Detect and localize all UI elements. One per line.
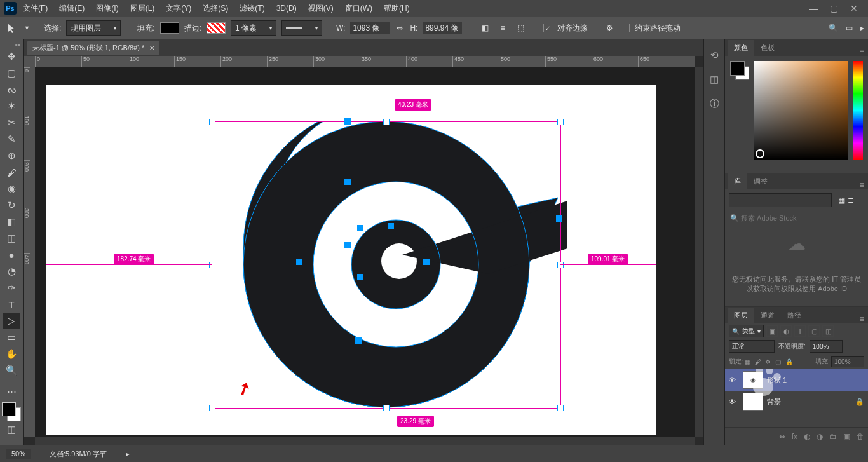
collapse-icon[interactable]: ◂◂ xyxy=(15,42,21,48)
type-tool-icon[interactable]: T xyxy=(3,297,20,312)
panel-menu-icon[interactable]: ≡ xyxy=(856,47,868,56)
window-restore-icon[interactable]: ▢ xyxy=(824,0,844,17)
handle-path[interactable] xyxy=(388,223,394,229)
panel-menu-icon[interactable]: ≡ xyxy=(856,315,868,323)
height-field[interactable]: 899.94 像 xyxy=(423,22,462,34)
crop-tool-icon[interactable]: ✂ xyxy=(3,115,20,130)
scrollbar-vertical[interactable] xyxy=(695,67,703,437)
search-icon[interactable]: 🔍 xyxy=(829,24,838,32)
chevron-down-icon[interactable]: ▼ xyxy=(24,25,30,31)
dodge-tool-icon[interactable]: ◔ xyxy=(3,264,20,279)
lock-pos-icon[interactable]: ✥ xyxy=(765,358,774,365)
filter-shape-icon[interactable]: ▢ xyxy=(808,325,820,337)
lock-artboard-icon[interactable]: ▢ xyxy=(775,358,784,365)
stroke-swatch[interactable] xyxy=(207,22,226,34)
tab-layers[interactable]: 图层 xyxy=(728,308,754,323)
blur-tool-icon[interactable]: ● xyxy=(3,247,20,262)
menu-layer[interactable]: 图层(L) xyxy=(125,0,160,17)
handle-ne[interactable] xyxy=(557,119,564,125)
path-arrange-icon[interactable]: ⬚ xyxy=(514,22,527,34)
align-edges-checkbox[interactable] xyxy=(543,24,552,32)
handle-path[interactable] xyxy=(344,118,351,125)
link-layers-icon[interactable]: ⇔ xyxy=(779,432,785,441)
handle-sw[interactable] xyxy=(209,405,215,411)
link-icon[interactable]: ⇔ xyxy=(395,23,405,33)
expand-icon[interactable]: ▸ xyxy=(860,24,864,32)
gear-icon[interactable]: ⚙ xyxy=(603,22,616,34)
path-select-tool-icon[interactable]: ▷ xyxy=(3,313,20,329)
layer-thumb[interactable] xyxy=(743,393,763,411)
ruler-vertical[interactable]: 0100200300400 xyxy=(24,67,36,437)
filter-type-icon[interactable]: T xyxy=(794,325,806,337)
handle-path[interactable] xyxy=(357,225,363,231)
menu-window[interactable]: 窗口(W) xyxy=(340,0,377,17)
stamp-tool-icon[interactable]: ◉ xyxy=(3,181,20,196)
lasso-tool-icon[interactable]: ᔓ xyxy=(3,82,20,97)
blend-mode-select[interactable]: 正常 xyxy=(729,340,775,353)
handle-e[interactable] xyxy=(557,262,564,268)
panel-toggle-icon[interactable]: ▭ xyxy=(846,24,853,32)
filter-smart-icon[interactable]: ◫ xyxy=(822,325,834,337)
mask-icon[interactable]: ◐ xyxy=(804,432,810,441)
handle-path[interactable] xyxy=(556,215,562,222)
window-close-icon[interactable]: ✕ xyxy=(844,0,864,17)
scrollbar-horizontal[interactable] xyxy=(35,437,695,445)
adjustment-icon[interactable]: ◑ xyxy=(817,432,823,441)
group-icon[interactable]: 🗀 xyxy=(829,432,837,441)
history-brush-tool-icon[interactable]: ↻ xyxy=(3,198,20,213)
panel-menu-icon[interactable]: ≡ xyxy=(856,180,868,189)
document-tab[interactable]: 未标题-1 @ 50% (形状 1, RGB/8#) * ✕ xyxy=(27,41,159,55)
heal-tool-icon[interactable]: ⊕ xyxy=(3,148,20,163)
hue-slider[interactable] xyxy=(853,61,863,160)
panel-fg-bg[interactable] xyxy=(730,61,749,80)
tab-libraries[interactable]: 库 xyxy=(728,173,747,189)
handle-path[interactable] xyxy=(344,179,351,185)
tab-adjustments[interactable]: 调整 xyxy=(747,173,774,189)
color-field[interactable] xyxy=(754,61,848,160)
edit-toolbar-icon[interactable]: ⋯ xyxy=(3,384,20,399)
stock-search-input[interactable]: 搜索 Adobe Stock xyxy=(741,214,796,222)
gradient-tool-icon[interactable]: ◫ xyxy=(3,231,20,246)
brush-tool-icon[interactable]: 🖌 xyxy=(3,165,20,180)
delete-icon[interactable]: 🗑 xyxy=(857,432,864,441)
handle-nw[interactable] xyxy=(209,119,215,125)
handle-path[interactable] xyxy=(355,337,362,344)
menu-help[interactable]: 帮助(H) xyxy=(379,0,415,17)
handle-path[interactable] xyxy=(296,259,302,265)
path-align-icon[interactable]: ≡ xyxy=(496,22,509,34)
filter-adjust-icon[interactable]: ◐ xyxy=(780,325,792,337)
ruler-horizontal[interactable]: 050100150200250300350400450500550600650 xyxy=(35,56,695,68)
handle-path[interactable] xyxy=(344,242,351,248)
zoom-field[interactable]: 50% xyxy=(6,449,31,459)
menu-select[interactable]: 选择(S) xyxy=(198,0,233,17)
filter-image-icon[interactable]: ▣ xyxy=(766,325,778,337)
layer-thumb[interactable]: ◉ xyxy=(743,371,763,389)
current-tool-icon[interactable] xyxy=(4,20,19,36)
menu-image[interactable]: 图像(I) xyxy=(91,0,123,17)
lock-paint-icon[interactable]: 🖌 xyxy=(755,358,764,365)
quickmask-icon[interactable]: ◫ xyxy=(3,422,20,437)
handle-path[interactable] xyxy=(423,259,430,265)
status-menu-icon[interactable]: ▸ xyxy=(126,450,130,458)
list-view-icon[interactable]: ≣ xyxy=(848,196,854,205)
menu-3d[interactable]: 3D(D) xyxy=(271,0,302,17)
path-combine-icon[interactable]: ◧ xyxy=(478,22,491,34)
layer-name[interactable]: 背景 xyxy=(767,397,781,407)
lock-all-icon[interactable]: 🔒 xyxy=(785,358,794,365)
tab-swatches[interactable]: 色板 xyxy=(754,40,781,56)
handle-w[interactable] xyxy=(209,262,215,268)
move-tool-icon[interactable]: ✥ xyxy=(3,49,20,64)
stroke-style[interactable]: ▾ xyxy=(281,20,322,36)
opacity-field[interactable]: 100% xyxy=(810,340,843,353)
menu-type[interactable]: 文字(Y) xyxy=(161,0,196,17)
constrain-checkbox[interactable] xyxy=(621,24,630,32)
fill-swatch[interactable] xyxy=(160,22,179,34)
handle-path[interactable] xyxy=(357,274,363,280)
layer-row-shape[interactable]: 👁 ◉ 形状 1 xyxy=(725,369,868,391)
shape-tool-icon[interactable]: ▭ xyxy=(3,330,20,345)
stroke-width[interactable]: 1 像素▾ xyxy=(231,20,276,36)
layer-name[interactable]: 形状 1 xyxy=(767,376,787,385)
handle-s[interactable] xyxy=(383,405,390,411)
fx-icon[interactable]: fx xyxy=(792,432,797,441)
eyedropper-tool-icon[interactable]: ✎ xyxy=(3,132,20,147)
